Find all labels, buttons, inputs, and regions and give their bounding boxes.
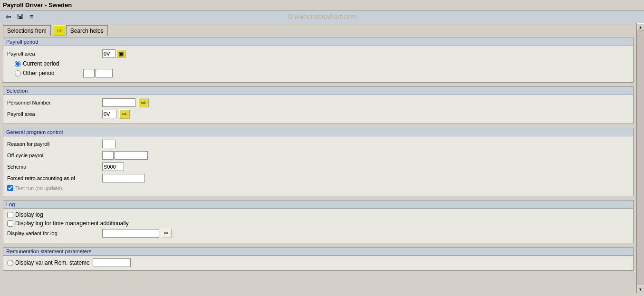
reason-payroll-input[interactable] bbox=[102, 140, 115, 148]
current-period-label: Current period bbox=[23, 60, 59, 67]
schema-row: Schema bbox=[7, 162, 629, 172]
display-variant-log-row: Display variant for log ✏ bbox=[7, 229, 629, 238]
back-icon[interactable]: ⇦ bbox=[4, 12, 13, 21]
scroll-up-btn[interactable]: ▲ bbox=[637, 23, 644, 31]
reason-payroll-label: Reason for payroll bbox=[7, 141, 102, 147]
other-period-input-2[interactable] bbox=[96, 69, 113, 77]
log-body: Display log Display log for time managem… bbox=[3, 209, 633, 243]
display-variant-log-edit-btn[interactable]: ✏ bbox=[161, 229, 172, 238]
window-title: Payroll Driver - Sweden bbox=[3, 1, 72, 9]
current-period-row: Current period bbox=[7, 60, 629, 67]
off-cycle-input-2[interactable] bbox=[115, 151, 148, 160]
forced-retro-label: Forced retro.accounting as of bbox=[7, 175, 102, 181]
tab-selections-from[interactable]: Selections from bbox=[3, 25, 51, 36]
display-variant-log-input[interactable] bbox=[102, 229, 159, 238]
selection-header: Selection bbox=[3, 87, 633, 95]
other-period-radio[interactable] bbox=[15, 70, 21, 76]
personnel-number-input[interactable] bbox=[102, 98, 135, 107]
schema-input[interactable] bbox=[102, 162, 124, 171]
display-variant-log-label: Display variant for log bbox=[7, 230, 102, 236]
off-cycle-input-1[interactable] bbox=[102, 151, 114, 160]
personnel-number-row: Personnel Number ⇨ bbox=[7, 98, 629, 107]
tab-search-helps[interactable]: Search helps bbox=[66, 25, 108, 36]
display-log-time-checkbox[interactable] bbox=[7, 220, 13, 227]
tab-bar: Selections from ⇨ Search helps bbox=[3, 25, 634, 36]
general-program-control-body: Reason for payroll Off-cycle payroll Sch… bbox=[3, 136, 633, 196]
general-program-control-header: General program control bbox=[3, 128, 633, 136]
selection-payroll-area-input[interactable] bbox=[102, 110, 116, 118]
payroll-period-header: Payroll period bbox=[3, 38, 633, 46]
display-variant-rem-label: Display variant Rem. stateme bbox=[15, 259, 90, 266]
payroll-area-select-btn[interactable]: ▣ bbox=[116, 49, 126, 58]
test-run-label: Test run (no update) bbox=[15, 185, 62, 191]
remuneration-body: Display variant Rem. stateme bbox=[3, 256, 633, 271]
test-run-row: Test run (no update) bbox=[7, 185, 629, 191]
content-area: Selections from ⇨ Search helps Payroll p… bbox=[0, 23, 636, 293]
other-period-inputs bbox=[83, 69, 113, 77]
selection-payroll-area-label: Payroll area bbox=[7, 111, 102, 117]
test-run-checkbox[interactable] bbox=[7, 185, 13, 191]
display-variant-rem-row: Display variant Rem. stateme bbox=[7, 258, 629, 267]
display-log-row: Display log bbox=[7, 211, 629, 218]
other-period-label: Other period bbox=[23, 70, 55, 76]
forced-retro-row: Forced retro.accounting as of bbox=[7, 173, 629, 183]
selection-payroll-area-row: Payroll area ⇨ bbox=[7, 109, 629, 119]
payroll-area-label: Payroll area bbox=[7, 51, 102, 57]
schema-label: Schema bbox=[7, 164, 102, 170]
selection-payroll-area-select-btn[interactable]: ⇨ bbox=[119, 109, 130, 119]
payroll-area-input[interactable] bbox=[102, 49, 115, 58]
off-cycle-payroll-row: Off-cycle payroll bbox=[7, 151, 629, 160]
display-variant-rem-radio[interactable] bbox=[7, 260, 13, 266]
scrollbar-track[interactable] bbox=[637, 31, 644, 286]
off-cycle-payroll-label: Off-cycle payroll bbox=[7, 153, 102, 158]
main-content: Selections from ⇨ Search helps Payroll p… bbox=[0, 23, 644, 293]
payroll-period-body: Payroll area ▣ Current period Other peri… bbox=[3, 46, 633, 82]
remuneration-header: Remuneration statement parameters bbox=[3, 248, 633, 256]
display-log-time-row: Display log for time management addition… bbox=[7, 220, 629, 227]
vertical-scrollbar[interactable]: ▲ ▼ bbox=[636, 23, 644, 293]
watermark: © www.tutorialkart.com bbox=[288, 13, 356, 20]
personnel-number-select-btn[interactable]: ⇨ bbox=[138, 98, 149, 107]
menu-icon[interactable]: ≡ bbox=[27, 12, 36, 21]
title-bar: Payroll Driver - Sweden bbox=[0, 0, 644, 10]
tab-arrow-icon: ⇨ bbox=[54, 25, 65, 36]
display-log-time-label: Display log for time management addition… bbox=[15, 220, 129, 227]
other-period-row: Other period bbox=[7, 69, 629, 77]
off-cycle-inputs bbox=[102, 151, 148, 160]
other-period-input-1[interactable] bbox=[83, 69, 95, 77]
log-header: Log bbox=[3, 201, 633, 209]
selection-section: Selection Personnel Number ⇨ Payroll are… bbox=[3, 86, 634, 124]
forced-retro-input[interactable] bbox=[102, 174, 145, 182]
personnel-number-label: Personnel Number bbox=[7, 100, 102, 105]
reason-payroll-row: Reason for payroll bbox=[7, 139, 629, 149]
save-icon[interactable]: 🖫 bbox=[15, 12, 25, 21]
selection-body: Personnel Number ⇨ Payroll area ⇨ bbox=[3, 95, 633, 124]
log-section: Log Display log Display log for time man… bbox=[3, 200, 634, 243]
toolbar: ⇦ 🖫 ≡ © www.tutorialkart.com bbox=[0, 10, 644, 23]
current-period-radio[interactable] bbox=[15, 61, 21, 67]
display-log-checkbox[interactable] bbox=[7, 212, 13, 218]
remuneration-section: Remuneration statement parameters Displa… bbox=[3, 247, 634, 271]
general-program-control-section: General program control Reason for payro… bbox=[3, 128, 634, 196]
display-variant-rem-input[interactable] bbox=[93, 258, 131, 267]
scroll-down-btn[interactable]: ▼ bbox=[637, 286, 644, 293]
payroll-period-section: Payroll period Payroll area ▣ Current pe… bbox=[3, 38, 634, 83]
display-log-label: Display log bbox=[15, 211, 43, 218]
payroll-area-row: Payroll area ▣ bbox=[7, 49, 629, 58]
